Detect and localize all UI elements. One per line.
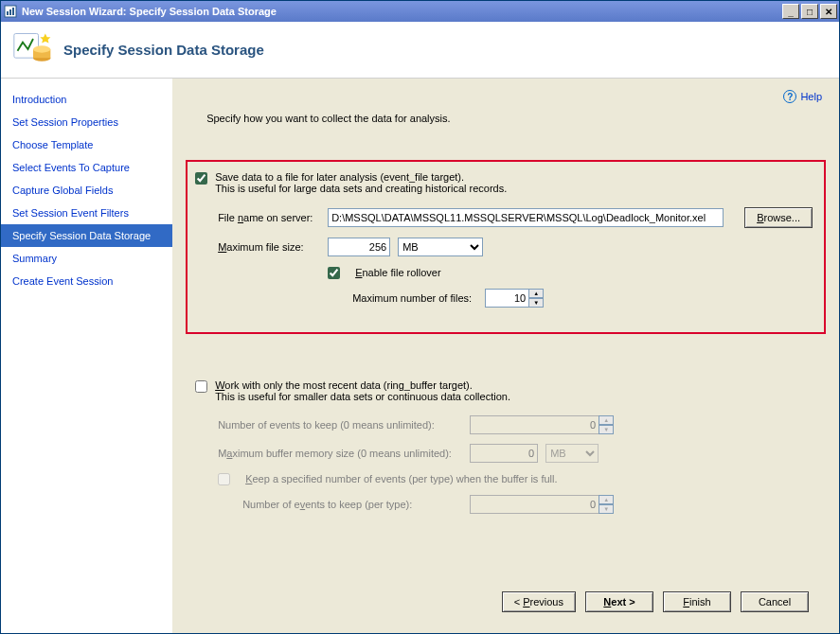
previous-button[interactable]: < Previous bbox=[502, 591, 576, 612]
svg-marker-8 bbox=[40, 33, 50, 43]
window-title: New Session Wizard: Specify Session Data… bbox=[22, 6, 782, 17]
spin-down-icon[interactable]: ▼ bbox=[528, 298, 544, 308]
svg-rect-3 bbox=[12, 8, 14, 15]
maximize-button[interactable]: □ bbox=[801, 4, 818, 19]
cancel-button[interactable]: Cancel bbox=[741, 591, 809, 612]
nav-choose-template[interactable]: Choose Template bbox=[1, 133, 172, 156]
nav-create-event-session[interactable]: Create Event Session bbox=[1, 270, 172, 292]
help-link[interactable]: ? Help bbox=[783, 90, 822, 103]
max-files-label: Maximum number of files: bbox=[352, 292, 477, 304]
help-icon: ? bbox=[783, 90, 796, 103]
sidebar: Introduction Set Session Properties Choo… bbox=[1, 79, 172, 633]
ring-buffer-checkbox[interactable] bbox=[195, 380, 207, 393]
num-events-spinner: ▲▼ bbox=[470, 415, 614, 434]
spin-up-icon[interactable]: ▲ bbox=[528, 289, 544, 298]
num-per-type-label: Number of events to keep (per type): bbox=[242, 499, 462, 510]
num-per-type-spinner: ▲▼ bbox=[470, 495, 614, 514]
instruction-text: Specify how you want to collect the data… bbox=[206, 113, 826, 124]
max-size-unit-select[interactable]: MB bbox=[398, 238, 483, 256]
main-panel: ? Help Specify how you want to collect t… bbox=[172, 79, 839, 633]
max-files-spinner[interactable]: ▲▼ bbox=[485, 289, 544, 308]
rollover-label: Enable file rollover bbox=[355, 267, 441, 278]
event-file-sub: This is useful for large data sets and c… bbox=[215, 183, 507, 194]
wizard-footer: < Previous Next > Finish Cancel bbox=[186, 578, 826, 625]
nav-summary[interactable]: Summary bbox=[1, 247, 172, 270]
nav-introduction[interactable]: Introduction bbox=[1, 88, 172, 111]
wizard-window: New Session Wizard: Specify Session Data… bbox=[0, 0, 840, 634]
num-events-input bbox=[470, 415, 599, 434]
event-file-checkbox[interactable] bbox=[195, 172, 207, 185]
svg-rect-1 bbox=[7, 11, 9, 15]
svg-rect-2 bbox=[9, 9, 11, 15]
num-per-type-input bbox=[470, 495, 599, 514]
event-file-section: Save data to a file for later analysis (… bbox=[186, 160, 826, 334]
spin-down-icon: ▼ bbox=[599, 425, 614, 434]
max-files-input[interactable] bbox=[485, 289, 528, 308]
ring-buffer-section: Work with only the most recent data (rin… bbox=[186, 368, 826, 540]
window-controls: _ □ ✕ bbox=[782, 4, 837, 19]
wizard-body: Introduction Set Session Properties Choo… bbox=[1, 79, 839, 633]
spin-up-icon: ▲ bbox=[599, 415, 614, 425]
ring-buffer-label: Work with only the most recent data (rin… bbox=[215, 379, 510, 391]
titlebar: New Session Wizard: Specify Session Data… bbox=[1, 1, 839, 22]
max-mem-unit-select: MB bbox=[545, 444, 599, 463]
spin-down-icon: ▼ bbox=[599, 504, 614, 514]
keep-per-type-label: Keep a specified number of events (per t… bbox=[245, 473, 557, 484]
minimize-button[interactable]: _ bbox=[782, 4, 799, 19]
max-mem-input bbox=[470, 444, 538, 463]
file-name-label: File name on server: bbox=[218, 212, 320, 223]
nav-capture-global-fields[interactable]: Capture Global Fields bbox=[1, 179, 172, 202]
close-button[interactable]: ✕ bbox=[820, 4, 837, 19]
rollover-checkbox[interactable] bbox=[328, 267, 340, 279]
page-title: Specify Session Data Storage bbox=[63, 42, 264, 58]
ring-buffer-sub: This is useful for smaller data sets or … bbox=[215, 391, 510, 402]
max-size-input[interactable] bbox=[328, 238, 390, 256]
nav-set-session-properties[interactable]: Set Session Properties bbox=[1, 111, 172, 133]
wizard-header: Specify Session Data Storage bbox=[1, 22, 839, 79]
help-label: Help bbox=[800, 91, 822, 102]
keep-per-type-checkbox bbox=[218, 473, 230, 485]
max-mem-label: Maximum buffer memory size (0 means unli… bbox=[218, 448, 462, 459]
svg-point-7 bbox=[33, 45, 50, 52]
nav-select-events[interactable]: Select Events To Capture bbox=[1, 156, 172, 179]
file-name-input[interactable] bbox=[328, 208, 724, 227]
nav-set-event-filters[interactable]: Set Session Event Filters bbox=[1, 202, 172, 224]
max-size-label: Maximum file size: bbox=[218, 241, 320, 253]
spin-up-icon: ▲ bbox=[599, 495, 614, 504]
finish-button[interactable]: Finish bbox=[663, 591, 731, 612]
next-button[interactable]: Next > bbox=[585, 591, 653, 612]
nav-specify-data-storage[interactable]: Specify Session Data Storage bbox=[1, 224, 172, 247]
browse-button[interactable]: Browse... bbox=[744, 207, 813, 228]
num-events-label: Number of events to keep (0 means unlimi… bbox=[218, 419, 462, 431]
wizard-icon bbox=[12, 28, 54, 72]
event-file-label: Save data to a file for later analysis (… bbox=[215, 171, 507, 183]
app-icon bbox=[3, 4, 18, 19]
